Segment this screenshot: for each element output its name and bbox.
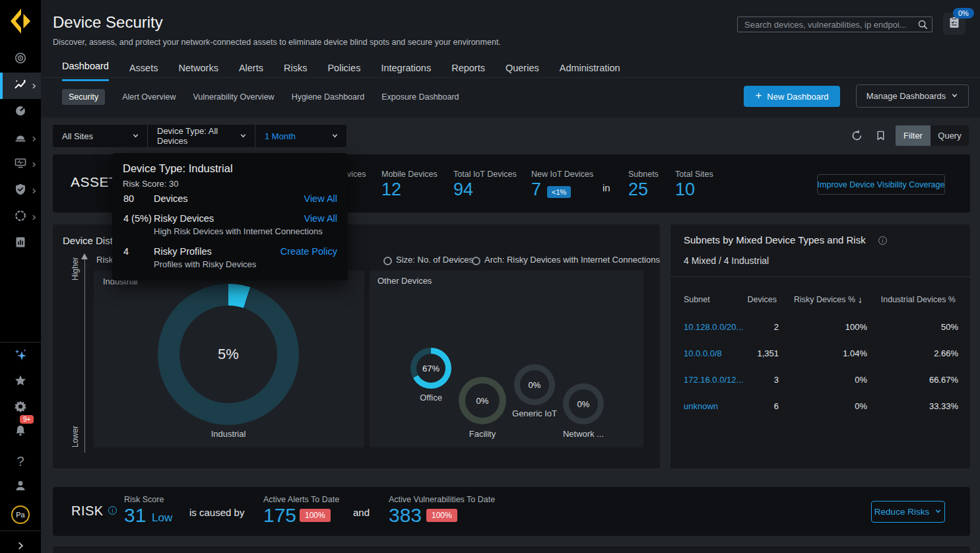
tab-reports[interactable]: Reports <box>451 63 485 81</box>
stat-total-sites-value[interactable]: 10 <box>675 179 695 200</box>
tab-integrations[interactable]: Integrations <box>381 63 431 81</box>
risk-info-icon[interactable]: i <box>108 506 117 515</box>
and-text: and <box>353 507 370 518</box>
tab-queries[interactable]: Queries <box>506 63 539 81</box>
radio-icon <box>472 257 480 265</box>
person-icon <box>14 479 27 495</box>
stat-subnets-value[interactable]: 25 <box>628 179 648 200</box>
chevron-right-icon <box>31 185 37 197</box>
armis-logo[interactable] <box>9 7 32 38</box>
office-donut-chart[interactable]: 67% <box>410 348 451 389</box>
sidebar-item-devices[interactable] <box>0 151 41 178</box>
stat-mobile-devices-value[interactable]: 12 <box>381 179 401 200</box>
sidebar-collapse-button[interactable] <box>0 533 41 553</box>
tooltip-profiles-label: Risky Profiles <box>154 246 212 257</box>
arch-radio[interactable] <box>472 255 480 267</box>
view-all-devices-link[interactable]: View All <box>304 193 337 204</box>
stat-mobile-devices-label: Mobile Devices <box>381 170 438 179</box>
active-alerts-value[interactable]: 175 <box>263 504 296 527</box>
generic-iot-donut-chart[interactable]: 0% <box>514 364 555 405</box>
site-filter-dropdown[interactable]: All Sites <box>53 125 147 147</box>
tooltip-risk-score: Risk Score: 30 <box>123 179 179 189</box>
tab-risks[interactable]: Risks <box>284 63 307 81</box>
network-donut-value: 0% <box>563 383 604 424</box>
sidebar-item-favorites[interactable] <box>0 369 41 395</box>
search-input[interactable] <box>737 16 932 32</box>
query-toggle-button[interactable]: Query <box>931 125 969 146</box>
subtab-security[interactable]: Security <box>62 89 105 105</box>
sidebar-avatar[interactable]: Pa <box>0 502 41 528</box>
axis-higher-label: Higher <box>71 257 80 280</box>
industrial-donut-label: Industrial <box>195 429 261 439</box>
bookmark-icon[interactable] <box>875 129 886 145</box>
subtab-alert-overview[interactable]: Alert Overview <box>122 92 176 102</box>
stat-total-iot-value[interactable]: 94 <box>453 179 473 200</box>
reduce-risks-button[interactable]: Reduce Risks <box>871 501 945 523</box>
chevron-right-icon <box>31 211 37 223</box>
col-risky-devices[interactable]: Risky Devices % <box>791 295 855 304</box>
size-radio[interactable] <box>383 255 392 267</box>
sidebar-item-reports[interactable] <box>0 230 41 257</box>
create-policy-link[interactable]: Create Policy <box>280 246 337 257</box>
axis-risk-label: Risk <box>96 255 113 265</box>
stat-new-iot-value[interactable]: 7 <box>531 179 541 200</box>
tab-policies[interactable]: Policies <box>327 63 360 81</box>
filter-toggle-button[interactable]: Filter <box>896 125 931 146</box>
network-donut-chart[interactable]: 0% <box>563 383 604 424</box>
sidebar-item-integrations[interactable] <box>0 204 41 230</box>
active-vulns-value[interactable]: 383 <box>389 504 422 527</box>
industrial-donut-chart[interactable]: 5% <box>158 284 299 425</box>
caret-down-icon <box>934 507 942 517</box>
time-range-value: 1 Month <box>265 131 296 141</box>
sidebar-item-help[interactable]: ? <box>0 448 41 474</box>
facility-donut-chart[interactable]: 0% <box>459 377 506 424</box>
reduce-risks-label: Reduce Risks <box>874 507 929 517</box>
manage-dashboards-button[interactable]: Manage Dashboards <box>856 84 969 108</box>
tab-networks[interactable]: Networks <box>178 63 218 81</box>
subtab-hygiene-dashboard[interactable]: Hygiene Dashboard <box>292 92 365 102</box>
tab-alerts[interactable]: Alerts <box>239 63 263 81</box>
plus-icon: + <box>755 89 762 102</box>
sidebar-item-notifications[interactable]: 9+ <box>0 419 41 445</box>
sidebar-item-ai[interactable] <box>0 343 41 370</box>
chevron-right-icon <box>31 80 37 92</box>
subnets-panel-title: Subnets by Mixed Device Types and Risk <box>684 234 866 245</box>
sidebar-item-discover[interactable] <box>0 46 41 73</box>
industrial-cell: 33.33% <box>892 401 958 411</box>
view-all-risky-link[interactable]: View All <box>304 213 337 224</box>
industrial-cell: 2.66% <box>892 348 958 358</box>
caret-down-icon <box>240 131 247 141</box>
sort-arrow-icon[interactable]: ↓ <box>858 294 863 305</box>
tab-assets[interactable]: Assets <box>129 63 158 81</box>
improve-visibility-button[interactable]: Improve Device Visibility Coverage <box>817 174 945 195</box>
subnet-link[interactable]: unknown <box>684 401 718 411</box>
col-subnet[interactable]: Subnet <box>684 295 710 304</box>
new-dashboard-button[interactable]: + New Dashboard <box>744 86 840 107</box>
tab-dashboard[interactable]: Dashboard <box>62 61 109 81</box>
time-range-dropdown[interactable]: 1 Month <box>255 125 346 147</box>
col-industrial-devices[interactable]: Industrial Devices % <box>863 295 956 304</box>
risk-score-value[interactable]: 31 <box>124 504 146 527</box>
filter-bar: All Sites Device Type: All Devices 1 Mon… <box>53 125 346 147</box>
facility-donut-value: 0% <box>459 377 506 424</box>
chevron-right-icon <box>31 158 37 170</box>
refresh-icon[interactable] <box>851 129 863 145</box>
sidebar-item-user[interactable] <box>0 474 41 500</box>
stat-subnets-label: Subnets <box>628 170 659 179</box>
subtab-exposure-dashboard[interactable]: Exposure Dashboard <box>381 92 459 102</box>
device-security-dashboard: 9+ ? Pa Device Security Discover, assess… <box>0 0 980 553</box>
asset-bar-title: ASSET <box>71 174 117 190</box>
sidebar-item-dashboards-active[interactable] <box>0 73 41 99</box>
tab-administration[interactable]: Administration <box>560 63 620 81</box>
industrial-cell: 50% <box>892 322 958 332</box>
sidebar-item-gauge[interactable] <box>0 99 41 125</box>
sidebar-item-alerts[interactable] <box>0 125 41 152</box>
subtab-vulnerability-overview[interactable]: Vulnerability Overview <box>193 92 274 102</box>
device-type-filter-dropdown[interactable]: Device Type: All Devices <box>147 125 255 147</box>
industrial-donut-value: 5% <box>158 284 299 425</box>
info-icon[interactable]: i <box>878 236 887 245</box>
col-devices[interactable]: Devices <box>724 295 777 304</box>
subnet-link[interactable]: 10.0.0.0/8 <box>684 348 722 358</box>
primary-nav: Dashboard Assets Networks Alerts Risks P… <box>62 61 620 81</box>
sidebar-item-policies[interactable] <box>0 178 41 204</box>
